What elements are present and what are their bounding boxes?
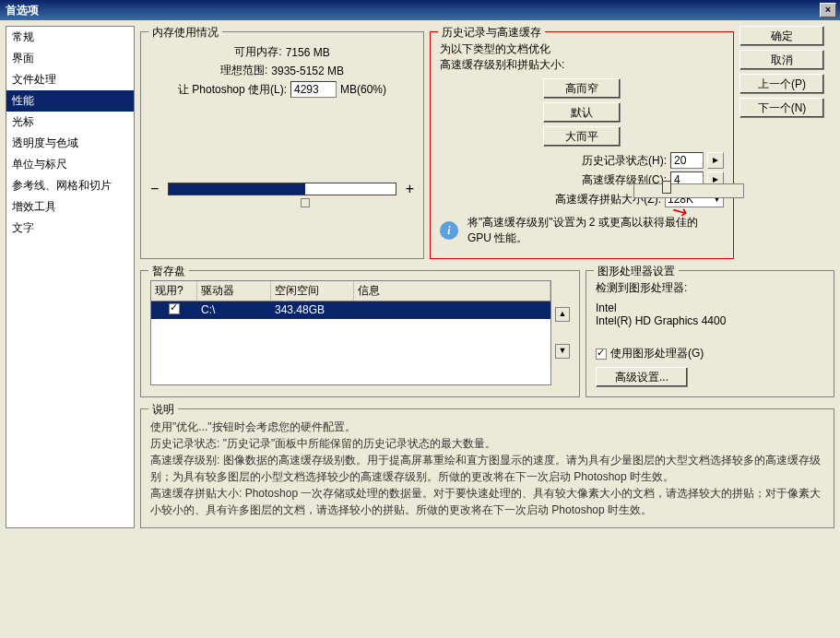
info-icon: i xyxy=(440,221,458,240)
scratch-drive: C:\ xyxy=(197,301,271,319)
scratch-disk-table: 现用? 驱动器 空闲空间 信息 C:\343.48GB xyxy=(150,280,551,385)
gpu-legend: 图形处理器设置 xyxy=(594,264,679,279)
slider-thumb[interactable] xyxy=(662,181,671,194)
sidebar-item-5[interactable]: 透明度与色域 xyxy=(6,133,134,154)
sidebar-item-0[interactable]: 常规 xyxy=(6,27,134,48)
preferences-sidebar: 常规界面文件处理性能光标透明度与色域单位与标尺参考线、网格和切片增效工具文字 xyxy=(6,26,135,528)
prev-button[interactable]: 上一个(P) xyxy=(739,74,824,94)
memory-group: 内存使用情况 可用内存: 7156 MB 理想范围: 3935-5152 MB … xyxy=(140,31,424,259)
ideal-range-value: 3935-5152 MB xyxy=(271,65,344,77)
use-gpu-checkbox[interactable] xyxy=(596,349,607,360)
history-legend: 历史记录与高速缓存 xyxy=(438,25,545,41)
sidebar-item-7[interactable]: 参考线、网格和切片 xyxy=(6,175,134,196)
memory-input[interactable] xyxy=(290,81,337,98)
slider-plus[interactable]: + xyxy=(406,181,414,197)
default-button[interactable]: 默认 xyxy=(543,102,621,123)
sidebar-item-2[interactable]: 文件处理 xyxy=(6,69,134,90)
scratch-legend: 暂存盘 xyxy=(148,264,189,279)
history-states-label: 历史记录状态(H): xyxy=(582,153,667,169)
description-group: 说明 使用"优化..."按钮时会考虑您的硬件配置。历史记录状态: "历史记录"面… xyxy=(140,408,834,528)
history-states-input[interactable] xyxy=(670,152,704,169)
col-drive: 驱动器 xyxy=(197,281,271,301)
gpu-vendor: Intel xyxy=(596,301,824,314)
sidebar-item-6[interactable]: 单位与标尺 xyxy=(6,154,134,175)
ideal-range-label: 理想范围: xyxy=(220,63,267,78)
window-title: 首选项 xyxy=(4,3,820,18)
sidebar-item-3[interactable]: 性能 xyxy=(6,90,134,112)
history-states-flyout[interactable]: ▸ xyxy=(707,152,724,169)
scratch-info xyxy=(354,301,550,319)
table-row[interactable]: C:\343.48GB xyxy=(151,301,550,319)
sidebar-item-1[interactable]: 界面 xyxy=(6,48,134,69)
scratch-free: 343.48GB xyxy=(271,301,354,319)
cache-size-label: 高速缓存级别和拼贴大小: xyxy=(440,57,724,73)
big-flat-button[interactable]: 大而平 xyxy=(543,126,621,147)
sidebar-item-9[interactable]: 文字 xyxy=(6,218,134,239)
advanced-settings-button[interactable]: 高级设置... xyxy=(596,367,688,387)
col-free: 空闲空间 xyxy=(271,281,354,301)
gpu-group: 图形处理器设置 检测到图形处理器: Intel Intel(R) HD Grap… xyxy=(586,270,834,397)
description-text: 使用"优化..."按钮时会考虑您的硬件配置。历史记录状态: "历史记录"面板中所… xyxy=(150,419,824,518)
col-info: 信息 xyxy=(354,281,550,301)
close-button[interactable]: × xyxy=(820,3,836,18)
gpu-model: Intel(R) HD Graphics 4400 xyxy=(596,314,824,327)
sidebar-item-8[interactable]: 增效工具 xyxy=(6,196,134,218)
scratch-active-checkbox[interactable] xyxy=(169,303,180,314)
cache-info-text: 将"高速缓存级别"设置为 2 或更高以获得最佳的 GPU 性能。 xyxy=(467,215,724,246)
memory-slider[interactable] xyxy=(168,183,396,195)
use-gpu-label: 使用图形处理器(G) xyxy=(610,346,704,361)
history-cache-group: 历史记录与高速缓存 为以下类型的文档优化 高速缓存级别和拼贴大小: 高而窄 默认… xyxy=(430,31,734,259)
col-active: 现用? xyxy=(151,281,197,301)
tall-narrow-button[interactable]: 高而窄 xyxy=(543,78,621,99)
titlebar: 首选项 × xyxy=(0,0,840,20)
available-mem-value: 7156 MB xyxy=(286,46,330,59)
description-legend: 说明 xyxy=(148,402,178,418)
slider-minus[interactable]: − xyxy=(150,181,159,197)
sidebar-item-4[interactable]: 光标 xyxy=(6,112,134,133)
memory-legend: 内存使用情况 xyxy=(148,25,222,41)
let-use-label: 让 Photoshop 使用(L): xyxy=(178,82,287,98)
gpu-detected-label: 检测到图形处理器: xyxy=(596,280,824,296)
memory-unit: MB(60%) xyxy=(340,83,386,96)
move-down-button[interactable]: ▼ xyxy=(555,344,570,359)
available-mem-label: 可用内存: xyxy=(234,44,281,60)
cancel-button[interactable]: 取消 xyxy=(739,50,824,70)
move-up-button[interactable]: ▲ xyxy=(555,307,570,322)
history-states-slider-popup[interactable] xyxy=(633,183,744,198)
next-button[interactable]: 下一个(N) xyxy=(739,98,824,118)
dialog-buttons: 确定 取消 上一个(P) 下一个(N) xyxy=(739,26,824,259)
optimize-label: 为以下类型的文档优化 xyxy=(440,41,724,57)
ok-button[interactable]: 确定 xyxy=(739,26,824,46)
scratch-disks-group: 暂存盘 现用? 驱动器 空闲空间 信息 C:\343.48GB ▲ ▼ xyxy=(140,270,580,397)
